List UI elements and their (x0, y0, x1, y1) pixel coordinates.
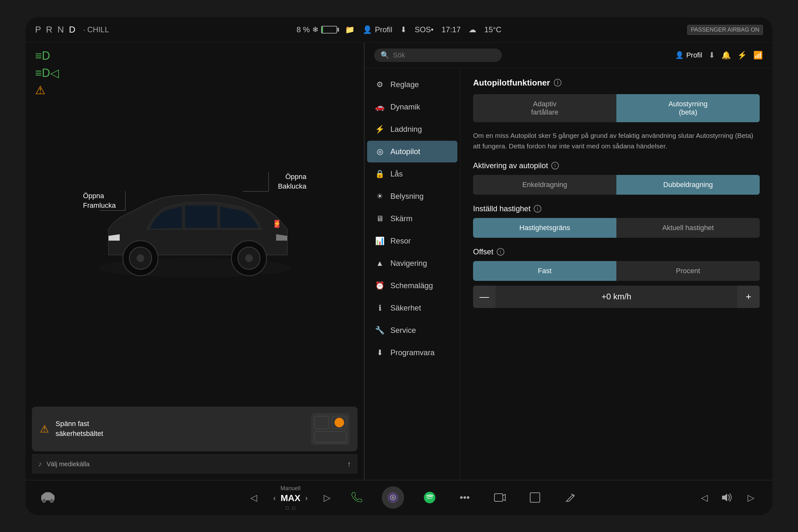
sidebar-item-resor[interactable]: 📊 Resor (367, 230, 457, 252)
left-panel: ≡D ≡D◁ ⚠ ÖppnaFramlucka ÖppnaBaklucka (25, 43, 364, 480)
navigering-label: Navigering (391, 259, 427, 268)
battery-percent: 8 % (297, 25, 310, 34)
header-right-icons: 👤 Profil ⬇ 🔔 ⚡ 📶 (675, 51, 763, 60)
offset-title: Offset i (473, 247, 760, 256)
belysning-icon: ☀ (375, 192, 385, 201)
offset-type-buttons: Fast Procent (473, 261, 760, 281)
sidebar-item-las[interactable]: 🔒 Lås (367, 163, 457, 185)
settings-header: 🔍 👤 Profil ⬇ 🔔 ⚡ 📶 (364, 43, 773, 68)
activation-buttons: Enkeldragning Dubbeldragning (473, 175, 760, 195)
sidebar-item-autopilot[interactable]: ◎ Autopilot (367, 141, 457, 163)
speed-decrease-button[interactable]: — (473, 286, 495, 308)
download-status: ⬇ (400, 25, 407, 34)
battery-fill (322, 26, 323, 33)
search-input[interactable] (393, 51, 481, 59)
battery-icon (321, 26, 337, 34)
header-bluetooth-icon[interactable]: ⚡ (737, 51, 747, 60)
media-arrow-icon: ↑ (347, 459, 351, 469)
weather-icon: ☁ (469, 25, 476, 34)
taskbar-left (38, 488, 134, 507)
activation-info-icon[interactable]: i (551, 162, 559, 169)
header-bell-icon[interactable]: 🔔 (721, 51, 731, 60)
sidebar-item-service[interactable]: 🔧 Service (367, 320, 457, 341)
header-download-icon[interactable]: ⬇ (709, 51, 715, 60)
media-nav-right[interactable]: › (305, 494, 308, 502)
sidebar-item-sakerhet[interactable]: ℹ Säkerhet (367, 297, 457, 319)
adaptive-cruise-button[interactable]: Adaptivfartållare (473, 94, 616, 122)
square-icon[interactable] (526, 488, 545, 507)
search-icon: 🔍 (380, 51, 389, 59)
right-panel: 🔍 👤 Profil ⬇ 🔔 ⚡ 📶 ⚙ (364, 43, 773, 480)
media-bar[interactable]: ♪ Välj mediekälla ↑ (32, 454, 358, 474)
fixed-offset-button[interactable]: Fast (473, 261, 616, 281)
sidebar-item-dynamik[interactable]: 🚗 Dynamik (367, 96, 457, 118)
media-source-icon2: ◻ (292, 505, 296, 510)
offset-info-icon[interactable]: i (497, 248, 504, 255)
dots-icon[interactable]: ••• (455, 488, 474, 507)
autosteer-button[interactable]: Autostyrning(beta) (616, 94, 760, 122)
profile-icon: 👤 (363, 25, 372, 34)
media-prev-button[interactable]: ◁ (250, 492, 257, 503)
media-nav-left[interactable]: ‹ (273, 494, 276, 502)
search-box[interactable]: 🔍 (374, 49, 502, 62)
video-icon[interactable] (490, 488, 510, 507)
autopilot-functions-title: Autopilotfunktioner i (473, 78, 760, 88)
media-source-icon1: ◻ (285, 505, 289, 510)
sidebar-item-navigering[interactable]: ▲ Navigering (367, 252, 457, 274)
taskbar-right: ◁ ▷ (696, 488, 760, 507)
programvara-label: Programvara (391, 348, 435, 357)
svg-point-13 (42, 499, 46, 502)
laddning-label: Laddning (391, 125, 422, 134)
time-display: 17:17 (441, 25, 461, 34)
header-profile-label: Profil (686, 51, 702, 59)
laddning-icon: ⚡ (375, 125, 385, 134)
sos-status: SOS• (415, 25, 434, 34)
header-profile[interactable]: 👤 Profil (675, 51, 702, 59)
speed-limit-button[interactable]: Hastighetsgräns (473, 218, 616, 238)
status-center: 8 % ❄ 📁 👤 Profil ⬇ SOS• 17:17 ☁ 15°C (278, 25, 520, 34)
media-control: Manuell ‹ MAX › ◻ ◻ (273, 485, 308, 510)
sidebar-item-belysning[interactable]: ☀ Belysning (367, 185, 457, 207)
volume-down-button[interactable]: ◁ (696, 488, 713, 507)
sidebar-item-laddning[interactable]: ⚡ Laddning (367, 118, 457, 140)
double-pull-button[interactable]: Dubbeldragning (616, 175, 760, 195)
autopilot-info-icon[interactable]: i (554, 79, 562, 87)
las-icon: 🔒 (375, 169, 385, 178)
volume-up-button[interactable]: ▷ (743, 488, 760, 507)
header-signal-icon[interactable]: 📶 (753, 51, 763, 60)
speed-section: Inställd hastighet i Hastighetsgräns Akt… (473, 204, 760, 238)
taskbar: ◁ Manuell ‹ MAX › ◻ ◻ ▷ (25, 480, 773, 515)
speed-increase-button[interactable]: + (737, 286, 760, 308)
sidebar-item-reglage[interactable]: ⚙ Reglage (367, 74, 457, 95)
back-trunk-label[interactable]: ÖppnaBaklucka (278, 172, 306, 192)
svg-point-6 (245, 254, 253, 262)
sidebar-item-programvara[interactable]: ⬇ Programvara (367, 342, 457, 363)
sidebar-item-schemalägg[interactable]: ⏰ Schemalägg (367, 275, 457, 297)
sidebar-item-skarm[interactable]: 🖥 Skärm (367, 208, 457, 229)
dynamik-label: Dynamik (391, 102, 420, 111)
offset-value: +0 km/h (495, 292, 737, 302)
schemalägg-icon: ⏰ (375, 281, 385, 290)
taskbar-center: ◁ Manuell ‹ MAX › ◻ ◻ ▷ (134, 485, 696, 510)
spotify-icon[interactable] (420, 488, 439, 507)
phone-icon[interactable] (347, 488, 366, 507)
speed-info-icon[interactable]: i (534, 205, 542, 212)
volume-icon (719, 488, 736, 507)
profile-status: 👤 Profil (363, 25, 392, 34)
camera-icon[interactable] (382, 486, 404, 509)
svg-point-12 (335, 418, 344, 427)
service-icon: 🔧 (375, 326, 385, 335)
front-hood-label[interactable]: ÖppnaFramlucka (83, 191, 116, 211)
edit-icon[interactable] (560, 488, 580, 507)
reglage-icon: ⚙ (375, 80, 385, 89)
autopilot-label: Autopilot (391, 147, 420, 156)
car-home-icon[interactable] (38, 488, 57, 507)
seatbelt-alert: ⚠ Spänn fastsäkerhetsbältet (32, 406, 358, 451)
current-speed-button[interactable]: Aktuell hastighet (616, 218, 760, 238)
activation-title: Aktivering av autopilot i (473, 161, 760, 170)
temp-display: 15°C (484, 25, 501, 34)
percent-offset-button[interactable]: Procent (616, 261, 760, 281)
media-next-button[interactable]: ▷ (324, 492, 331, 503)
car-view: ÖppnaFramlucka ÖppnaBaklucka (32, 49, 358, 403)
single-pull-button[interactable]: Enkeldragning (473, 175, 616, 195)
